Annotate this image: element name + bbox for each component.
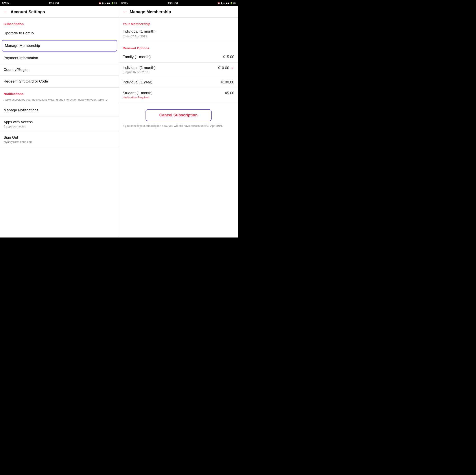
current-membership: Individual (1 month) Ends 07 Apr 2019: [119, 28, 238, 42]
renewal-item-price: ¥10.00: [218, 66, 229, 70]
menu-item-sign-out[interactable]: Sign Out mysery13@icloud.com: [0, 132, 119, 147]
left-content: Subscription Upgrade to Family Manage Me…: [0, 17, 119, 238]
right-status-icons: ⏰ ✱ ▲ ◼◼ 🔋70: [217, 2, 236, 4]
your-membership-label: Your Membership: [119, 17, 238, 28]
menu-item-manage-notifications[interactable]: Manage Notifications: [0, 104, 119, 116]
left-page-title: Account Settings: [11, 9, 45, 14]
renewal-item-price: ¥5.00: [225, 91, 234, 95]
left-phone-panel: 3 VPN 4:10 PM ⏰ ✱ ▲ ◼◼ 🔋70 ← Account Set…: [0, 0, 119, 238]
left-vpn-badge: 3 VPN: [2, 2, 9, 4]
renewal-item-student-1month[interactable]: Student (1 month) Verification Required …: [119, 88, 238, 102]
notifications-description: Apple associates your notifications view…: [0, 98, 119, 104]
menu-item-manage-membership[interactable]: Manage Membership: [2, 40, 117, 51]
left-status-icons: ⏰ ✱ ▲ ◼◼ 🔋70: [98, 2, 117, 4]
renewal-item-individual-1year[interactable]: Individual (1 year) ¥100.00: [119, 77, 238, 88]
renewal-item-name: Individual (1 month): [123, 66, 218, 70]
subscription-section-label: Subscription: [0, 17, 119, 28]
renewal-item-subtitle: (Begins 07 Apr 2019): [123, 70, 218, 74]
renewal-options-list: Family (1 month) ¥15.00 Individual (1 mo…: [119, 52, 238, 104]
menu-item-redeem-gift[interactable]: Redeem Gift Card or Code: [0, 76, 119, 87]
renewal-item-name: Family (1 month): [123, 55, 223, 59]
right-vpn-badge: 3 VPN: [121, 2, 128, 4]
renewal-item-individual-1month[interactable]: Individual (1 month) (Begins 07 Apr 2019…: [119, 63, 238, 77]
right-back-button[interactable]: ←: [123, 9, 127, 14]
right-phone-panel: 3 VPN 4:28 PM ⏰ ✱ ▲ ◼◼ 🔋70 ← Manage Memb…: [119, 0, 238, 238]
left-nav-bar: ← Account Settings: [0, 6, 119, 17]
check-icon: ✓: [231, 66, 234, 70]
menu-item-upgrade-family[interactable]: Upgrade to Family: [0, 28, 119, 39]
cancel-note: If you cancel your subscription now, you…: [119, 124, 238, 133]
right-status-bar: 3 VPN 4:28 PM ⏰ ✱ ▲ ◼◼ 🔋70: [119, 0, 238, 6]
right-time: 4:28 PM: [168, 1, 178, 5]
menu-item-apps-with-access[interactable]: Apps with Access 5 apps connected: [0, 117, 119, 132]
left-status-bar: 3 VPN 4:10 PM ⏰ ✱ ▲ ◼◼ 🔋70: [0, 0, 119, 6]
left-back-button[interactable]: ←: [3, 9, 8, 14]
right-nav-bar: ← Manage Membership: [119, 6, 238, 17]
renewal-item-price: ¥100.00: [221, 80, 234, 85]
renewal-item-family-1month[interactable]: Family (1 month) ¥15.00: [119, 52, 238, 63]
renewal-item-subtitle: Verification Required: [123, 96, 225, 99]
current-plan-ends: Ends 07 Apr 2019: [123, 34, 234, 38]
menu-item-country-region[interactable]: Country/Region: [0, 64, 119, 76]
cancel-btn-container: Cancel Subscription: [119, 104, 238, 124]
renewal-item-name: Individual (1 year): [123, 80, 221, 85]
renewal-item-price: ¥15.00: [223, 55, 234, 59]
cancel-subscription-button[interactable]: Cancel Subscription: [146, 109, 212, 121]
current-plan-name: Individual (1 month): [123, 29, 234, 34]
renewal-item-name: Student (1 month): [123, 91, 225, 95]
menu-item-payment-information[interactable]: Payment Information: [0, 52, 119, 64]
renewal-options-label: Renewal Options: [119, 42, 238, 52]
right-content: Your Membership Individual (1 month) End…: [119, 17, 238, 238]
notifications-section-label: Notifications: [0, 88, 119, 98]
right-page-title: Manage Membership: [130, 9, 171, 14]
left-time: 4:10 PM: [49, 1, 59, 5]
